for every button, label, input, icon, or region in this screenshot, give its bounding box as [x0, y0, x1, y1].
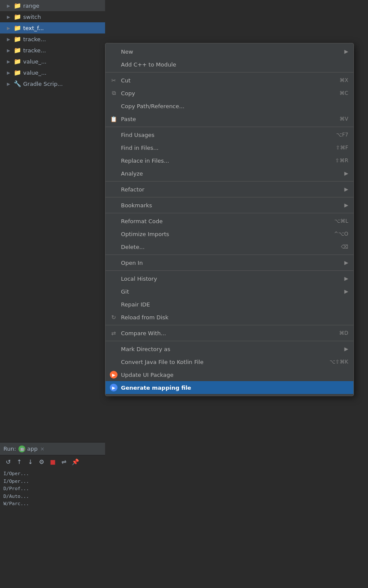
tree-label-range: range [23, 3, 39, 9]
tree-arrow: ▶ [7, 48, 12, 53]
menu-label-paste: Paste [121, 116, 331, 122]
tree-label-switch: switch [23, 14, 41, 20]
tree-label-value1: value_... [23, 58, 46, 65]
tree-item-text-field[interactable]: ▶ 📁 text_f... [0, 22, 105, 33]
folder-icon: 📁 [14, 13, 21, 20]
log-line-1: I/Oper... [3, 470, 102, 478]
separator-1 [106, 72, 353, 73]
shortcut-copy: ⌘C [340, 90, 348, 96]
tree-item-value2[interactable]: ▶ 📁 value_... [0, 67, 105, 78]
menu-label-find-usages: Find Usages [121, 132, 328, 138]
tree-item-switch[interactable]: ▶ 📁 switch [0, 11, 105, 22]
menu-item-cut[interactable]: ✂ Cut ⌘X [106, 74, 353, 87]
tree-arrow: ▶ [7, 59, 12, 64]
menu-item-convert-java[interactable]: Convert Java File to Kotlin File ⌥⇧⌘K [106, 355, 353, 368]
folder-icon: 📁 [14, 58, 21, 65]
separator-5 [106, 213, 353, 213]
menu-item-repair-ide[interactable]: Repair IDE [106, 298, 353, 311]
menu-label-cut: Cut [121, 77, 331, 84]
gradle-icon: 🔧 [14, 80, 21, 87]
restart-button[interactable]: ↺ [3, 457, 13, 467]
stop-button[interactable]: ■ [48, 457, 57, 467]
menu-label-find-in-files: Find in Files... [121, 145, 327, 151]
close-button[interactable]: × [40, 446, 45, 452]
menu-item-local-history[interactable]: Local History ▶ [106, 272, 353, 285]
shortcut-replace-in-files: ⇧⌘R [335, 158, 348, 164]
sidebar: ▶ 📁 range ▶ 📁 switch ▶ 📁 text_f... ▶ 📁 t… [0, 0, 105, 588]
separator-7 [106, 270, 353, 271]
tree-arrow: ▶ [7, 70, 12, 75]
update-ui-plugin-icon: ▶ [110, 371, 118, 379]
menu-item-copy-path[interactable]: Copy Path/Reference... [106, 100, 353, 112]
menu-item-generate-mapping[interactable]: ▶ Generate mapping file [106, 381, 353, 394]
submenu-arrow-open-in: ▶ [344, 260, 348, 266]
menu-item-add-cpp[interactable]: Add C++ to Module [106, 58, 353, 71]
menu-item-optimize-imports[interactable]: Optimize Imports ^⌥O [106, 227, 353, 240]
menu-item-bookmarks[interactable]: Bookmarks ▶ [106, 199, 353, 212]
tree-label-text-field: text_f... [23, 25, 44, 31]
tree-label-tracker2: tracke... [23, 47, 46, 54]
scroll-up-button[interactable]: ↑ [15, 457, 24, 467]
menu-item-git[interactable]: Git ▶ [106, 285, 353, 298]
menu-item-compare-with[interactable]: ⇄ Compare With... ⌘D [106, 327, 353, 339]
submenu-arrow-mark-directory: ▶ [344, 346, 348, 352]
tree-item-tracker2[interactable]: ▶ 📁 tracke... [0, 45, 105, 56]
menu-item-update-ui-package[interactable]: ▶ Update UI Package [106, 368, 353, 381]
shortcut-delete: ⌫ [341, 244, 348, 250]
tree-arrow: ▶ [7, 37, 12, 42]
shortcut-find-usages: ⌥F7 [336, 132, 348, 138]
menu-item-delete[interactable]: Delete... ⌫ [106, 240, 353, 253]
log-line-5: W/Parc... [3, 500, 102, 508]
menu-item-open-in[interactable]: Open In ▶ [106, 256, 353, 269]
menu-label-copy: Copy [121, 90, 331, 97]
submenu-arrow-refactor: ▶ [344, 186, 348, 192]
menu-item-refactor[interactable]: Refactor ▶ [106, 183, 353, 196]
tree-label-tracker1: tracke... [23, 36, 46, 42]
run-tab: Run: 🤖 app × [0, 443, 105, 455]
shortcut-optimize-imports: ^⌥O [334, 231, 348, 237]
copy-icon: ⧉ [110, 89, 118, 97]
tree-item-gradle[interactable]: ▶ 🔧 Gradle Scrip... [0, 78, 105, 89]
menu-label-delete: Delete... [121, 244, 332, 250]
menu-item-new[interactable]: New ▶ [106, 45, 353, 58]
paste-icon: 📋 [110, 115, 118, 123]
menu-label-local-history: Local History [121, 276, 341, 282]
menu-item-find-usages[interactable]: Find Usages ⌥F7 [106, 128, 353, 141]
log-line-4: D/Auto... [3, 493, 102, 500]
menu-item-analyze[interactable]: Analyze ▶ [106, 167, 353, 180]
submenu-arrow-bookmarks: ▶ [344, 202, 348, 208]
menu-item-paste[interactable]: 📋 Paste ⌘V [106, 112, 353, 125]
tree-label-gradle: Gradle Scrip... [23, 81, 63, 87]
menu-label-repair-ide: Repair IDE [121, 301, 348, 308]
shortcut-reformat-code: ⌥⌘L [334, 218, 348, 224]
menu-item-mark-directory[interactable]: Mark Directory as ▶ [106, 342, 353, 355]
shortcut-find-in-files: ⇧⌘F [336, 145, 348, 151]
menu-label-reload-from-disk: Reload from Disk [121, 314, 348, 321]
separator-2 [106, 127, 353, 127]
scroll-down-button[interactable]: ↓ [26, 457, 35, 467]
submenu-arrow-new: ▶ [344, 48, 348, 55]
tree-arrow: ▶ [7, 3, 12, 8]
menu-item-reformat-code[interactable]: Reformat Code ⌥⌘L [106, 215, 353, 227]
app-icon: 🤖 [18, 446, 25, 452]
log-line-3: D/Prof... [3, 485, 102, 493]
tree-item-value1[interactable]: ▶ 📁 value_... [0, 56, 105, 67]
folder-icon: 📁 [14, 36, 21, 42]
tree-item-range[interactable]: ▶ 📁 range [0, 0, 105, 11]
menu-label-compare-with: Compare With... [121, 330, 331, 336]
menu-item-copy[interactable]: ⧉ Copy ⌘C [106, 87, 353, 100]
tree-item-tracker1[interactable]: ▶ 📁 tracke... [0, 33, 105, 45]
wrap-button[interactable]: ⇌ [59, 457, 69, 467]
menu-item-reload-from-disk[interactable]: ↻ Reload from Disk [106, 311, 353, 324]
separator-8 [106, 325, 353, 325]
menu-label-replace-in-files: Replace in Files... [121, 158, 327, 164]
settings-button[interactable]: ⚙ [37, 457, 46, 467]
menu-item-find-in-files[interactable]: Find in Files... ⇧⌘F [106, 141, 353, 154]
pin-button[interactable]: 📌 [70, 457, 80, 467]
context-menu: New ▶ Add C++ to Module ✂ Cut ⌘X ⧉ Copy … [105, 43, 354, 396]
menu-label-copy-path: Copy Path/Reference... [121, 103, 348, 109]
tree-arrow: ▶ [7, 15, 12, 19]
separator-6 [106, 255, 353, 255]
menu-item-replace-in-files[interactable]: Replace in Files... ⇧⌘R [106, 154, 353, 167]
submenu-arrow-git: ▶ [344, 288, 348, 294]
